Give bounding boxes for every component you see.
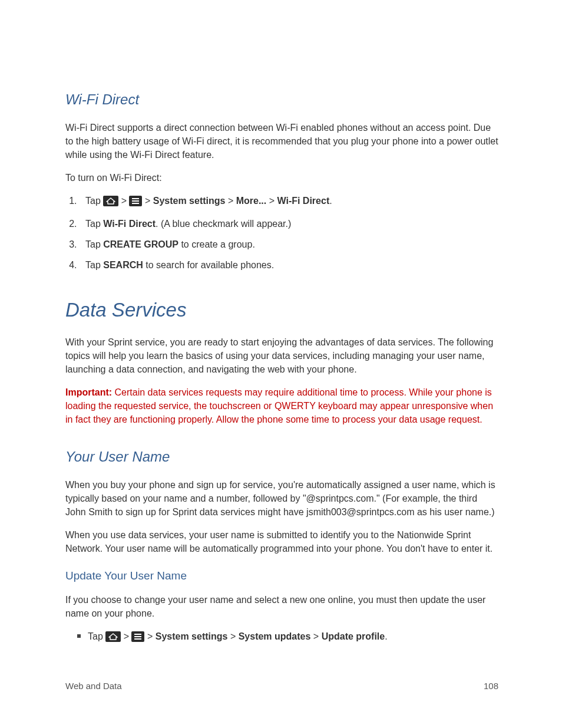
svg-rect-9 [134,638,141,640]
paragraph-user-p1: When you buy your phone and sign up for … [65,478,498,519]
page-footer: Web and Data 108 [65,681,498,691]
heading-data-services: Data Services [65,299,498,321]
menu-icon [129,196,142,210]
bullet-item: Tap > > System settings > System updates… [80,630,498,645]
text-system-updates: System updates [239,631,311,641]
text-search: SEARCH [103,260,143,270]
svg-rect-7 [134,634,141,635]
step-item: Tap SEARCH to search for available phone… [80,258,498,272]
svg-rect-3 [132,200,139,202]
heading-update-user-name: Update Your User Name [65,569,498,582]
menu-icon [131,631,144,645]
text-post: to create a group. [178,239,255,249]
text-gt: > [121,631,131,641]
home-icon [105,631,121,645]
heading-wifi-direct: Wi-Fi Direct [65,91,498,108]
text-gt: > [142,196,153,206]
text-create-group: CREATE GROUP [103,239,178,249]
step-item: Tap > > System settings > More... > Wi-F… [80,194,498,210]
text-tap: Tap [85,260,103,270]
text-gt: > [227,631,238,641]
svg-rect-2 [132,198,139,199]
text-gt: > [266,196,277,206]
steps-wifi-direct: Tap > > System settings > More... > Wi-F… [65,194,498,272]
text-gt: > [310,631,321,641]
bullet-list-update: Tap > > System settings > System updates… [65,630,498,645]
svg-rect-5 [105,631,121,642]
text-tap: Tap [88,631,105,641]
heading-your-user-name: Your User Name [65,449,498,465]
paragraph-turn-on-label: To turn on Wi-Fi Direct: [65,171,498,185]
text-system-settings: System settings [153,196,226,206]
text-wifi-direct: Wi-Fi Direct [277,196,329,206]
text-update-profile: Update profile [322,631,385,641]
text-tap: Tap [85,219,103,229]
text-wifi-direct: Wi-Fi Direct [103,219,156,229]
label-important: Important: [65,387,112,397]
text-gt: > [118,196,129,206]
text-tap: Tap [85,196,103,206]
text-more: More... [236,196,267,206]
paragraph-user-p2: When you use data services, your user na… [65,528,498,555]
text-gt: > [144,631,155,641]
document-page: Wi-Fi Direct Wi-Fi Direct supports a dir… [0,0,562,728]
text-period: . [385,631,387,641]
home-icon [103,196,118,210]
text-system-settings: System settings [156,631,228,641]
paragraph-important: Important: Certain data services request… [65,386,498,426]
paragraph-update-intro: If you choose to change your user name a… [65,593,498,620]
text-tap: Tap [85,239,103,249]
text-post: . (A blue checkmark will appear.) [156,219,291,229]
text-post: to search for available phones. [143,260,274,270]
paragraph-data-intro: With your Sprint service, you are ready … [65,335,498,376]
text-gt: > [225,196,236,206]
text-important-body: Certain data services requests may requi… [65,387,493,424]
footer-page-number: 108 [484,681,498,691]
text-period: . [329,196,332,206]
svg-rect-8 [134,636,141,637]
footer-section-name: Web and Data [65,681,122,691]
paragraph-wifi-intro: Wi-Fi Direct supports a direct connectio… [65,121,498,162]
svg-rect-4 [132,203,139,204]
svg-rect-0 [103,196,118,206]
step-item: Tap Wi-Fi Direct. (A blue checkmark will… [80,217,498,230]
step-item: Tap CREATE GROUP to create a group. [80,238,498,251]
